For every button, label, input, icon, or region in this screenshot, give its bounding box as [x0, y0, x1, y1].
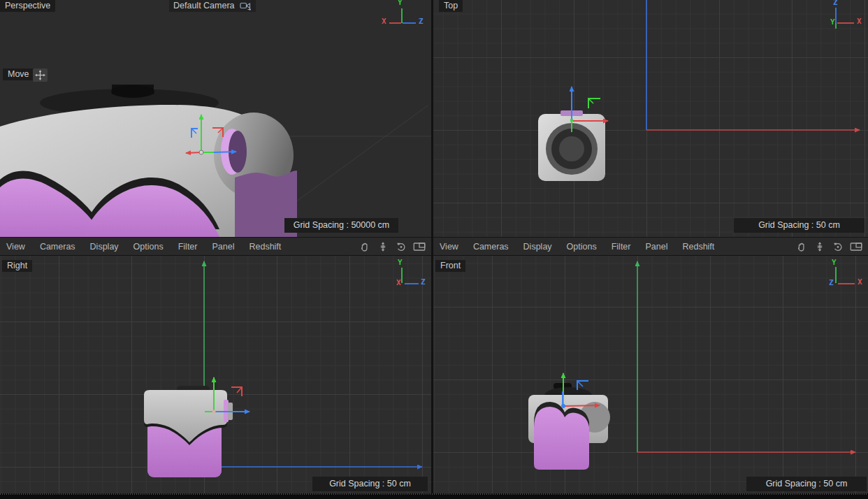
menu-item-options[interactable]: Options	[133, 242, 164, 252]
active-tool-label: Move	[3, 68, 34, 80]
world-axes-front	[637, 261, 855, 452]
menu-item-filter[interactable]: Filter	[178, 242, 198, 252]
c4d-viewport-quad: Perspective Default Camera Move Y X Z G	[0, 0, 868, 499]
model-camera-front[interactable]	[528, 383, 610, 470]
axis-label-x: X	[396, 278, 401, 287]
camera-icon[interactable]	[240, 1, 252, 10]
orbit-rotate-icon[interactable]	[830, 240, 846, 253]
view-nav-icons	[793, 240, 868, 253]
menu-item-panel[interactable]: Panel	[212, 242, 234, 252]
axis-label-x: X	[857, 17, 862, 26]
menu-item-display[interactable]: Display	[90, 242, 119, 252]
zoom-dolly-icon[interactable]	[811, 240, 828, 253]
front-scene	[433, 256, 868, 493]
axis-label-y: Y	[398, 0, 403, 7]
right-scene	[0, 256, 431, 493]
axis-label-x: X	[858, 277, 862, 287]
axis-gizmo-front[interactable]: Y Z X	[825, 258, 868, 290]
viewport-label-front[interactable]: Front	[435, 260, 465, 272]
viewport-front[interactable]: Front Y Z X Grid Spacing : 50 cm	[433, 256, 868, 493]
orbit-rotate-icon[interactable]	[393, 240, 410, 253]
pan-hand-icon[interactable]	[793, 240, 810, 253]
menu-item-options[interactable]: Options	[567, 242, 597, 252]
viewport-right[interactable]: Right Y X Z Grid Spacing : 50 cm	[0, 256, 431, 493]
viewport-menubar-left: View Cameras Display Options Filter Pane…	[0, 237, 431, 256]
menu-items: View Cameras Display Options Filter Pane…	[0, 242, 356, 252]
grid-spacing-right: Grid Spacing : 50 cm	[312, 477, 428, 491]
toggle-active-view-icon[interactable]	[848, 240, 865, 253]
axis-label-z: Z	[833, 0, 838, 7]
axis-label-y: Y	[832, 258, 837, 267]
perspective-scene	[0, 0, 431, 237]
axis-label-z: Z	[829, 278, 834, 287]
world-axes-right	[204, 261, 422, 467]
menu-item-filter[interactable]: Filter	[612, 242, 631, 252]
zoom-dolly-icon[interactable]	[375, 240, 391, 253]
viewport-label-right[interactable]: Right	[2, 260, 32, 272]
timeline-edge	[0, 493, 868, 499]
viewport-menubar-right: View Cameras Display Options Filter Pane…	[433, 237, 868, 256]
model-camera-right[interactable]	[144, 386, 233, 477]
move-tool-indicator	[33, 68, 48, 82]
active-camera-label[interactable]: Default Camera	[169, 0, 256, 12]
menu-item-display[interactable]: Display	[523, 242, 552, 252]
axis-gizmo-top[interactable]: Z Y X	[825, 0, 868, 32]
axis-label-z: Z	[419, 17, 424, 26]
viewport-top[interactable]: Top Z Y X Grid Spacing : 50 cm	[433, 0, 868, 237]
axis-label-y: Y	[398, 258, 403, 267]
menu-item-redshift[interactable]: Redshift	[249, 242, 281, 252]
axis-label-z: Z	[421, 277, 426, 287]
viewport-label-perspective[interactable]: Perspective	[0, 0, 55, 12]
move-cross-icon	[35, 70, 45, 80]
menu-item-cameras[interactable]: Cameras	[473, 242, 509, 252]
menu-item-view[interactable]: View	[440, 242, 458, 252]
viewport-divider[interactable]	[431, 0, 433, 493]
menu-item-view[interactable]: View	[6, 242, 25, 252]
menu-item-panel[interactable]: Panel	[645, 242, 667, 252]
viewport-label-top[interactable]: Top	[439, 0, 463, 12]
view-nav-icons	[356, 240, 431, 253]
axis-gizmo-perspective[interactable]: Y X Z	[379, 0, 428, 32]
axis-gizmo-right[interactable]: Y X Z	[379, 258, 428, 290]
menu-item-redshift[interactable]: Redshift	[682, 242, 714, 252]
axis-label-y: Y	[830, 17, 835, 27]
viewport-perspective[interactable]: Perspective Default Camera Move Y X Z G	[0, 0, 431, 237]
pan-hand-icon[interactable]	[356, 240, 373, 253]
top-scene	[433, 0, 868, 237]
menu-items: View Cameras Display Options Filter Pane…	[433, 242, 793, 252]
model-camera-perspective[interactable]	[0, 85, 297, 237]
camera-name: Default Camera	[173, 1, 235, 10]
grid-spacing-front: Grid Spacing : 50 cm	[746, 477, 867, 491]
grid-spacing-top: Grid Spacing : 50 cm	[734, 218, 865, 233]
toggle-active-view-icon[interactable]	[411, 240, 428, 253]
grid-spacing-perspective: Grid Spacing : 50000 cm	[284, 218, 398, 233]
axis-label-x: X	[382, 17, 386, 26]
menu-item-cameras[interactable]: Cameras	[40, 242, 75, 252]
